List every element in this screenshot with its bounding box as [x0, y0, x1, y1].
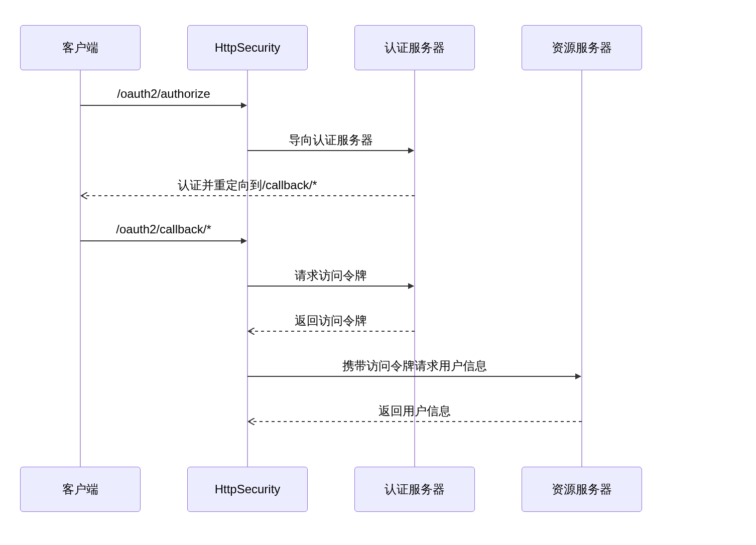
actor-label: 资源服务器	[552, 481, 612, 497]
lifeline-httpsecurity	[247, 70, 248, 467]
msg-request-token: 请求访问令牌	[295, 267, 367, 284]
lifeline-resourceserver	[581, 70, 582, 467]
sequence-diagram: 客户端 HttpSecurity 认证服务器 资源服务器 客户端 HttpSec…	[0, 0, 756, 545]
actor-label: HttpSecurity	[215, 482, 281, 496]
msg-request-userinfo: 携带访问令牌请求用户信息	[342, 358, 487, 374]
actor-resourceserver-top: 资源服务器	[522, 25, 642, 70]
actor-label: 认证服务器	[385, 40, 445, 56]
actor-label: HttpSecurity	[215, 41, 281, 55]
actor-client-top: 客户端	[20, 25, 141, 70]
actor-client-bottom: 客户端	[20, 467, 141, 512]
actor-httpsecurity-top: HttpSecurity	[187, 25, 308, 70]
actor-label: 客户端	[62, 40, 98, 56]
actor-label: 客户端	[62, 481, 98, 497]
actor-resourceserver-bottom: 资源服务器	[522, 467, 642, 512]
msg-authorize: /oauth2/authorize	[117, 87, 210, 101]
actor-authserver-bottom: 认证服务器	[354, 467, 475, 512]
msg-oauth-callback: /oauth2/callback/*	[116, 222, 211, 236]
arrows-layer	[0, 0, 756, 545]
msg-return-token: 返回访问令牌	[295, 313, 367, 329]
msg-return-userinfo: 返回用户信息	[379, 403, 451, 419]
actor-httpsecurity-bottom: HttpSecurity	[187, 467, 308, 512]
lifeline-client	[80, 70, 81, 467]
actor-label: 认证服务器	[385, 481, 445, 497]
msg-redirect-to-auth: 导向认证服务器	[289, 132, 373, 148]
actor-authserver-top: 认证服务器	[354, 25, 475, 70]
actor-label: 资源服务器	[552, 40, 612, 56]
msg-auth-callback: 认证并重定向到/callback/*	[178, 177, 317, 193]
